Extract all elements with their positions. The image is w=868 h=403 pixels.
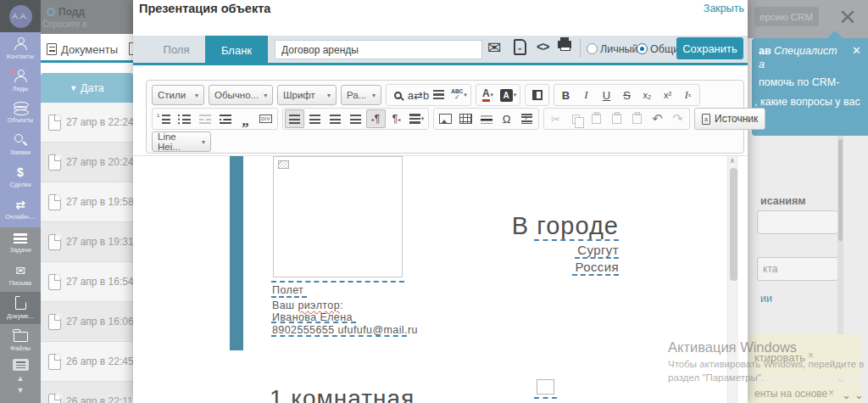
styles-dropdown[interactable]: Стили▾ xyxy=(152,85,204,105)
find-icon[interactable] xyxy=(388,86,408,104)
close-modal-link[interactable]: Закрыть xyxy=(704,3,744,14)
align-justify-icon[interactable] xyxy=(346,109,365,128)
tab-blank[interactable]: Бланк xyxy=(205,36,268,65)
line-height-dropdown[interactable]: Line Hei...▾ xyxy=(152,132,211,152)
div-container-icon[interactable]: DIV xyxy=(256,109,275,128)
field-company[interactable]: Полет xyxy=(272,284,303,296)
sidebar-item-tasks[interactable]: Задачи xyxy=(0,227,41,260)
numbered-list-icon[interactable]: 1 xyxy=(154,109,174,128)
close-icon[interactable]: × xyxy=(839,2,856,31)
document-row[interactable]: 27 апр в 20:24 xyxy=(41,143,133,182)
remove-format-icon[interactable]: Ix xyxy=(678,86,698,104)
scroll-chevrons[interactable]: ⌄⌄ xyxy=(842,389,867,401)
outdent-icon[interactable] xyxy=(195,109,214,128)
spellcheck-icon[interactable]: ABC✓▾ xyxy=(449,86,469,104)
blockquote-icon[interactable]: „ xyxy=(236,109,255,128)
align-right-icon[interactable] xyxy=(326,109,345,128)
font-dropdown[interactable]: Шрифт▾ xyxy=(277,85,337,105)
tab-fields[interactable]: Поля xyxy=(148,36,204,63)
image-placeholder-small[interactable] xyxy=(537,379,554,395)
panel-input-1[interactable] xyxy=(757,210,838,234)
document-row[interactable]: 26 апр в 22:11 xyxy=(41,382,133,403)
scroll-down-icon[interactable]: ▼ xyxy=(17,386,25,395)
indent-icon[interactable] xyxy=(215,109,235,128)
document-row[interactable]: 27 апр в 19:31 xyxy=(41,222,133,262)
text-direction-rtl-icon[interactable]: ¶◂ xyxy=(387,109,406,128)
field-city[interactable]: Сургут xyxy=(500,243,619,257)
underline-icon[interactable]: U xyxy=(597,86,616,104)
sidebar-item-deals[interactable]: $ Сделки xyxy=(0,161,41,193)
photo-placeholder[interactable] xyxy=(273,156,403,277)
format-dropdown[interactable]: Обычно...▾ xyxy=(209,85,273,105)
scrollbar-up-icon[interactable]: ∧ xyxy=(730,157,735,165)
insert-image-icon[interactable] xyxy=(436,109,455,128)
avatar[interactable]: A.A. xyxy=(9,5,32,28)
bold-icon[interactable]: B xyxy=(556,86,576,104)
page-break-icon[interactable] xyxy=(517,109,537,128)
radio-common[interactable] xyxy=(637,43,648,54)
sidebar-item-requests[interactable]: Заявки xyxy=(0,129,41,161)
radio-personal-label[interactable]: Личный xyxy=(600,43,638,55)
size-dropdown[interactable]: Ра...▾ xyxy=(341,85,381,105)
language-icon[interactable]: ▾ xyxy=(407,109,426,128)
document-row[interactable]: 27 апр в 16:06 xyxy=(41,302,133,342)
align-left-icon[interactable] xyxy=(285,109,304,128)
cut-icon[interactable]: ✂ xyxy=(546,109,565,128)
dismiss-icon[interactable]: × xyxy=(808,350,814,361)
print-icon[interactable] xyxy=(558,41,571,48)
paste-text-icon[interactable] xyxy=(607,109,626,128)
export-pdf-icon[interactable] xyxy=(514,39,526,55)
avatar-box[interactable]: A.A. xyxy=(0,0,41,32)
sidebar-item-leads[interactable]: Лиды xyxy=(0,64,41,97)
undo-icon[interactable]: ↶ xyxy=(648,109,667,128)
superscript-icon[interactable]: x² xyxy=(658,86,677,104)
document-name-input[interactable] xyxy=(275,40,482,59)
radio-personal[interactable] xyxy=(587,43,598,54)
date-column-header[interactable]: ▼ Дата xyxy=(41,73,133,103)
text-direction-ltr-icon[interactable]: ▸¶ xyxy=(366,109,386,128)
document-row[interactable]: 27 апр в 22:24 xyxy=(41,103,133,143)
strikethrough-icon[interactable]: S xyxy=(617,86,637,104)
send-email-icon[interactable]: ✉ xyxy=(487,37,502,58)
redo-icon[interactable]: ↷ xyxy=(668,109,687,128)
panel-link[interactable]: ии xyxy=(760,293,772,305)
document-row[interactable]: 27 апр в 19:58 xyxy=(41,182,133,222)
scroll-up-icon[interactable]: ▲ xyxy=(17,374,25,383)
sidebar-item-files[interactable]: Файлы xyxy=(0,324,41,356)
insert-table-icon[interactable] xyxy=(456,109,476,128)
menu-icon[interactable] xyxy=(13,359,29,371)
editor-scrollbar[interactable]: ∧ xyxy=(727,156,738,403)
tab-documents[interactable]: Документы xyxy=(61,43,118,56)
save-button[interactable]: Сохранить xyxy=(676,37,743,59)
field-phone-email[interactable]: 8902555655 ufufufu@mail.ru xyxy=(272,324,418,336)
field-country[interactable]: Россия xyxy=(500,260,619,274)
field-city-label[interactable]: В городе xyxy=(449,212,619,240)
italic-icon[interactable]: I xyxy=(576,86,596,104)
sidebar-item-documents[interactable]: Докуме... xyxy=(0,292,41,324)
special-char-icon[interactable]: Ω xyxy=(497,109,516,128)
tooltip-close-icon[interactable]: ✕ xyxy=(852,44,861,57)
object-title[interactable]: 1 комнатная xyxy=(270,385,415,403)
select-all-icon[interactable] xyxy=(429,86,448,104)
sidebar-item-objects[interactable]: Объекты xyxy=(0,97,41,129)
dismiss-icon[interactable]: × xyxy=(828,387,834,399)
replace-icon[interactable]: a⇄b xyxy=(409,86,428,104)
paste-icon[interactable] xyxy=(587,109,606,128)
document-row[interactable]: 26 апр в 22:45 xyxy=(41,342,133,382)
maximize-icon[interactable] xyxy=(527,86,547,104)
notification-box[interactable]: ктировать × xyxy=(746,334,861,379)
copy-icon[interactable] xyxy=(566,109,586,128)
editor-canvas[interactable]: Полет Ваш риэлтор: Иванова Елена 8902555… xyxy=(133,155,748,403)
html-code-icon[interactable]: <> xyxy=(537,40,548,53)
sidebar-item-online[interactable]: ⇄ Онлайн-... xyxy=(0,193,41,226)
bg-color-icon[interactable]: A▾ xyxy=(498,86,518,104)
horizontal-rule-icon[interactable] xyxy=(476,109,496,128)
sidebar-item-contacts[interactable]: Контакты xyxy=(0,32,41,64)
document-row[interactable]: 27 апр в 16:54 xyxy=(41,262,133,302)
source-button[interactable]: a Источник xyxy=(694,108,765,130)
subscript-icon[interactable]: x₂ xyxy=(637,86,657,104)
align-center-icon[interactable] xyxy=(305,109,325,128)
sidebar-item-mail[interactable]: ✉ Письма xyxy=(0,260,41,292)
text-color-icon[interactable]: A▾ xyxy=(478,86,498,104)
trial-crm-button[interactable]: ерсию CRM xyxy=(754,7,819,26)
